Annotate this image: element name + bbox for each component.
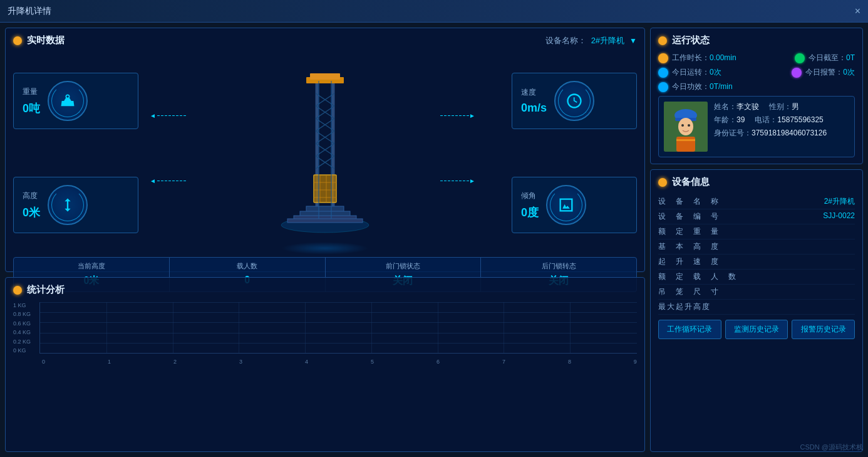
device-info-number: 设 备 编 号 SJJ-0022	[658, 209, 855, 224]
device-persons-key: 额 定 载 人 数	[658, 271, 737, 282]
weight-label: 重量	[23, 87, 40, 97]
right-panel: 运行状态 工作时长：0.00min 今日截至：0T 今日运转：0次	[650, 28, 863, 452]
worker-gender-label: 性别：男	[769, 102, 799, 112]
work-duration-value: 0.00min	[710, 53, 736, 62]
worker-name-row: 姓名：李文骏 性别：男	[714, 102, 849, 112]
stat-today-runs: 今日运转：0次	[658, 67, 721, 78]
speed-svg-icon	[566, 92, 583, 110]
device-info-cage-size: 吊 笼 尺 寸	[658, 285, 855, 300]
work-cycle-button[interactable]: 工作循环记录	[658, 320, 721, 339]
stats-dot	[13, 286, 22, 295]
monitor-history-button[interactable]: 监测历史记录	[725, 320, 788, 339]
crane-visualization: ◄	[143, 51, 507, 255]
device-max-height-key: 最大起升高度	[658, 302, 711, 312]
worker-age: 39	[736, 115, 745, 124]
x-label-1: 1	[108, 359, 111, 365]
worker-age-label: 年龄：39	[714, 115, 745, 125]
x-label-8: 8	[568, 359, 571, 365]
device-selector[interactable]: 设备名称： 2#升降机 ▼	[545, 35, 637, 46]
today-alarms-text: 今日报警：0次	[805, 67, 855, 78]
sensors-crane-wrapper: 重量 0吨 高度 0米	[13, 51, 637, 255]
title-bar: 升降机详情 ×	[0, 0, 868, 23]
weight-value: 0吨	[23, 101, 40, 116]
running-title: 运行状态	[672, 34, 710, 46]
today-load-text: 今日截至：0T	[809, 53, 855, 63]
device-label: 设备名称：	[545, 35, 586, 46]
height-icon	[48, 185, 88, 225]
device-number-key: 设 备 编 号	[658, 211, 720, 222]
x-label-2: 2	[173, 359, 177, 365]
device-info-name: 设 备 名 称 2#升降机	[658, 194, 855, 209]
tilt-value: 0度	[521, 205, 539, 220]
chart-grid	[39, 302, 637, 354]
dropdown-arrow-icon[interactable]: ▼	[629, 36, 637, 45]
y-label-04kg: 0.4 KG	[13, 329, 39, 335]
window-title: 升降机详情	[8, 6, 51, 17]
svg-point-33	[678, 118, 693, 135]
height-label: 高度	[23, 191, 40, 201]
height-sensor-card: 高度 0米	[13, 177, 138, 233]
today-alarms-value: 0次	[843, 68, 855, 76]
device-lift-speed-key: 起 升 速 度	[658, 256, 720, 267]
running-dot	[658, 36, 667, 45]
tilt-svg-icon	[557, 196, 575, 214]
grid-line-3	[40, 322, 637, 323]
svg-rect-29	[331, 81, 332, 219]
status-rear-door-label: 后门锁转态	[486, 261, 631, 271]
stat-today-load: 今日截至：0T	[795, 53, 855, 63]
svg-point-34	[681, 124, 684, 127]
x-label-7: 7	[502, 359, 505, 365]
realtime-dot	[13, 36, 22, 45]
worker-avatar-svg	[664, 102, 708, 152]
device-info-persons: 额 定 载 人 数	[658, 270, 855, 285]
device-info-panel: 设备信息 设 备 名 称 2#升降机 设 备 编 号 SJJ-0022 额 定 …	[650, 169, 863, 452]
vgrid-6	[438, 302, 438, 353]
left-panel: 实时数据 设备名称： 2#升降机 ▼ 重量 0吨	[5, 28, 645, 452]
y-label-0kg: 0 KG	[13, 347, 39, 354]
worker-info: 姓名：李文骏 性别：男 年龄：39 电话：15875596325 身份证号：37…	[714, 102, 849, 152]
svg-rect-37	[676, 139, 695, 141]
speed-value: 0m/s	[521, 102, 547, 115]
device-name-val: 2#升降机	[824, 196, 855, 207]
svg-rect-28	[318, 81, 319, 219]
today-load-icon	[795, 53, 805, 63]
main-content: 实时数据 设备名称： 2#升降机 ▼ 重量 0吨	[0, 23, 868, 457]
x-label-5: 5	[371, 359, 374, 365]
stats-header: 统计分析	[13, 284, 637, 296]
device-info-header: 设备信息	[658, 176, 855, 188]
close-button[interactable]: ×	[855, 6, 860, 17]
tilt-sensor-card: 倾角 0度	[512, 177, 637, 233]
speed-sensor-card: 速度 0m/s	[512, 73, 637, 129]
device-info-weight: 额 定 重 量	[658, 224, 855, 239]
arrow-left-top: ◄	[150, 112, 186, 119]
arrow-left-bottom: ◄	[150, 177, 186, 184]
worker-phone-label: 电话：15875596325	[755, 115, 823, 125]
today-runs-value: 0次	[710, 68, 721, 76]
arrow-right-top: ►	[440, 112, 475, 119]
device-name-value: 2#升降机	[591, 35, 624, 46]
height-value: 0米	[23, 205, 40, 220]
work-duration-icon	[658, 53, 668, 63]
svg-rect-17	[314, 175, 336, 202]
action-buttons: 工作循环记录 监测历史记录 报警历史记录	[658, 320, 855, 339]
chart-container: 1 KG 0.8 KG 0.6 KG 0.4 KG 0.2 KG 0 KG	[13, 302, 637, 365]
device-number-val: SJJ-0022	[823, 211, 855, 222]
x-label-4: 4	[305, 359, 308, 365]
worker-card: 姓名：李文骏 性别：男 年龄：39 电话：15875596325 身份证号：37…	[658, 96, 855, 157]
device-info-title: 设备信息	[672, 176, 710, 188]
chart-x-labels: 0 1 2 3 4 5 6 7 8 9	[39, 359, 637, 365]
y-label-02kg: 0.2 KG	[13, 339, 39, 345]
y-label-06kg: 0.6 KG	[13, 320, 39, 327]
watermark: CSDN @源码技术栈	[800, 443, 863, 452]
worker-phone: 15875596325	[777, 115, 823, 124]
running-panel: 运行状态 工作时长：0.00min 今日截至：0T 今日运转：0次	[650, 28, 863, 164]
stats-title: 统计分析	[27, 284, 65, 296]
device-info-dot	[658, 178, 667, 187]
vgrid-2	[173, 302, 173, 353]
left-sensors: 重量 0吨 高度 0米	[13, 51, 138, 255]
alarm-history-button[interactable]: 报警历史记录	[792, 320, 855, 339]
y-label-08kg: 0.8 KG	[13, 311, 39, 317]
realtime-panel: 实时数据 设备名称： 2#升降机 ▼ 重量 0吨	[5, 28, 645, 272]
x-label-0: 0	[42, 359, 45, 365]
vgrid-8	[570, 302, 571, 353]
